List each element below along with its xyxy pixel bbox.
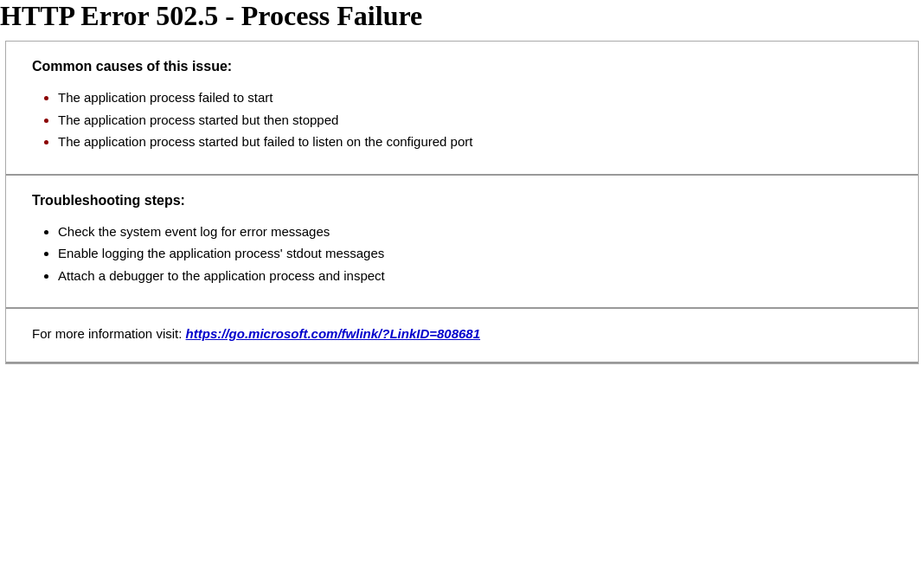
more-info-label: For more information visit: (32, 326, 182, 341)
common-causes-heading: Common causes of this issue: (32, 59, 892, 74)
list-item: Enable logging the application process' … (58, 242, 892, 265)
list-item: The application process failed to start (58, 87, 892, 109)
common-causes-section: Common causes of this issue: The applica… (6, 42, 918, 176)
troubleshooting-list: Check the system event log for error mes… (58, 221, 892, 287)
list-item: The application process started but then… (58, 109, 892, 132)
troubleshooting-section: Troubleshooting steps: Check the system … (6, 176, 918, 310)
common-causes-list: The application process failed to start … (58, 87, 892, 153)
troubleshooting-heading: Troubleshooting steps: (32, 193, 892, 209)
more-info-section: For more information visit: https://go.m… (6, 309, 918, 363)
list-item: Attach a debugger to the application pro… (58, 265, 892, 287)
list-item: Check the system event log for error mes… (58, 221, 892, 243)
list-item: The application process started but fail… (58, 131, 892, 153)
page-title: HTTP Error 502.5 - Process Failure (0, 0, 924, 32)
content-container: Common causes of this issue: The applica… (5, 41, 919, 364)
page-title-bar: HTTP Error 502.5 - Process Failure (0, 0, 924, 32)
more-info-link[interactable]: https://go.microsoft.com/fwlink/?LinkID=… (186, 326, 480, 341)
